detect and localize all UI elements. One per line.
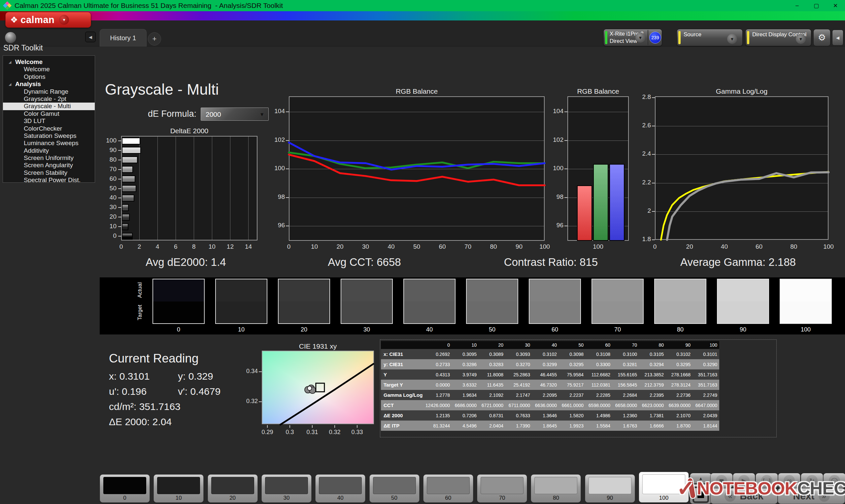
sidebar-item-screen-uniformity[interactable]: Screen Uniformity bbox=[3, 155, 95, 162]
source-dropdown[interactable]: Source ▼ bbox=[677, 29, 743, 46]
pattern-button-10[interactable]: 10 bbox=[154, 474, 204, 503]
table-cell: 4.5496 bbox=[452, 420, 479, 431]
back-button[interactable]: « Back bbox=[710, 488, 778, 504]
sidebar-item-welcome[interactable]: Welcome bbox=[3, 66, 95, 73]
rgb-bar-y-tickmark bbox=[564, 197, 567, 198]
pattern-button-40[interactable]: 40 bbox=[315, 474, 365, 503]
sidebar-item-saturation-sweeps[interactable]: Saturation Sweeps bbox=[3, 132, 95, 140]
swatch-target bbox=[216, 302, 267, 324]
table-col-header: 10 bbox=[452, 341, 479, 349]
add-tab-button[interactable]: + bbox=[148, 32, 161, 46]
meter-chevron-down-icon[interactable]: ▼ bbox=[635, 33, 645, 42]
expander-icon[interactable]: ◢ bbox=[8, 58, 11, 66]
table-cell: 0.3299 bbox=[532, 359, 559, 370]
next-button[interactable]: Next » bbox=[778, 488, 845, 504]
cie-y-tick: 0.34 bbox=[244, 368, 258, 375]
maximize-icon[interactable]: ▢ bbox=[807, 0, 826, 11]
pattern-button-30[interactable]: 30 bbox=[261, 474, 312, 503]
pattern-level-label: 20 bbox=[208, 495, 258, 501]
sidebar-item-grayscale-2pt[interactable]: Grayscale - 2pt bbox=[3, 95, 95, 103]
table-cell: 0.3294 bbox=[639, 359, 666, 370]
gamma-x-tick: 60 bbox=[752, 243, 767, 250]
sidebar-item-luminance-sweeps[interactable]: Luminance Sweeps bbox=[3, 140, 95, 147]
display-control-chevron-down-icon[interactable]: ▼ bbox=[796, 34, 806, 44]
minimize-icon[interactable]: – bbox=[788, 0, 807, 11]
grayscale-swatch-30 bbox=[341, 279, 393, 324]
deltae-x-tick: 8 bbox=[187, 243, 200, 250]
source-chevron-down-icon[interactable]: ▼ bbox=[727, 34, 737, 44]
display-control-dropdown[interactable]: Direct Display Control ▼ bbox=[745, 29, 811, 46]
toolbar-button-5[interactable]: ↻ bbox=[801, 473, 823, 488]
de-formula-select[interactable]: 2000 ▼ bbox=[201, 108, 269, 121]
deltae-y-tick: 90 bbox=[101, 146, 117, 154]
pattern-window-button[interactable] bbox=[690, 484, 712, 504]
swatch-actual bbox=[153, 280, 204, 302]
sidebar-tree: ◢WelcomeWelcomeOptions◢AnalysisDynamic R… bbox=[3, 55, 95, 183]
table-cell: 6598.0000 bbox=[585, 400, 612, 410]
pattern-button-60[interactable]: 60 bbox=[423, 474, 473, 503]
sidebar-collapse-icon[interactable]: ◀ bbox=[85, 32, 96, 42]
table-cell: 1.5820 bbox=[559, 410, 585, 420]
sidebar-item-spectral-power-dist-[interactable]: Spectral Power Dist. bbox=[3, 177, 95, 183]
table-cell: 2.2237 bbox=[559, 390, 585, 400]
sidebar-item-color-gamut[interactable]: Color Gamut bbox=[3, 110, 95, 118]
deltae-bar bbox=[122, 156, 138, 163]
cie-y-tickmark bbox=[259, 372, 262, 372]
deltae-gridline bbox=[176, 137, 176, 240]
rgb-bar-y-tickmark bbox=[564, 226, 567, 226]
meter-dropdown[interactable]: X-Rite i1Pro 2 Direct View ▼ 239 bbox=[603, 29, 662, 46]
table-cell: 11.6435 bbox=[479, 380, 505, 390]
tab-history-1[interactable]: History 1 bbox=[100, 29, 146, 47]
sidebar-item-dynamic-range[interactable]: Dynamic Range bbox=[3, 88, 95, 95]
meter-count-badge[interactable]: 239 bbox=[649, 32, 661, 43]
panel-collapse-icon[interactable]: ◀ bbox=[832, 30, 843, 46]
tree-group-analysis[interactable]: ◢Analysis bbox=[3, 80, 95, 88]
close-icon[interactable]: ✕ bbox=[826, 0, 845, 11]
swatch-target bbox=[153, 302, 204, 324]
sidebar-orb-button[interactable] bbox=[5, 32, 17, 43]
sidebar-item-options[interactable]: Options bbox=[3, 73, 95, 80]
pattern-button-80[interactable]: 80 bbox=[531, 474, 581, 503]
cie-x-tick: 0.32 bbox=[325, 429, 345, 436]
table-row: Target Y0.00003.633211.643525.419246.732… bbox=[381, 380, 719, 390]
toolbar-button-2[interactable]: ▶ bbox=[733, 473, 755, 488]
toolbar-button-4[interactable]: ∞ bbox=[778, 473, 800, 488]
toolbar-button-1[interactable]: ◼ bbox=[710, 473, 733, 488]
toolbar-button-6[interactable]: ◯ bbox=[823, 473, 845, 488]
pattern-button-20[interactable]: 20 bbox=[208, 474, 258, 503]
calman-menu-chevron-icon[interactable]: ▼ bbox=[59, 15, 69, 25]
pattern-button-100[interactable]: 100 bbox=[639, 472, 689, 503]
table-cell: 25.4192 bbox=[505, 380, 532, 390]
table-cell: 0.3102 bbox=[666, 349, 692, 359]
deltae-bar bbox=[122, 223, 128, 230]
pattern-button-70[interactable]: 70 bbox=[477, 474, 527, 503]
table-cell: 0.3295 bbox=[666, 359, 692, 370]
table-cell: 75.9584 bbox=[559, 370, 585, 380]
pattern-button-0[interactable]: 0 bbox=[100, 474, 150, 503]
table-cell: 2.2749 bbox=[692, 390, 719, 400]
expander-icon[interactable]: ◢ bbox=[8, 80, 11, 88]
table-cell: 0.3281 bbox=[612, 359, 639, 370]
pattern-button-50[interactable]: 50 bbox=[369, 474, 420, 503]
table-cell: 1.7390 bbox=[505, 420, 532, 431]
sidebar-item-screen-stability[interactable]: Screen Stability bbox=[3, 169, 95, 177]
sidebar-item-grayscale-multi[interactable]: Grayscale - Multi bbox=[3, 103, 95, 110]
pattern-button-90[interactable]: 90 bbox=[585, 474, 635, 503]
swatch-target bbox=[404, 302, 455, 324]
de-formula-label: dE Formula: bbox=[148, 109, 196, 119]
sidebar-item-colorchecker[interactable]: ColorChecker bbox=[3, 125, 95, 132]
gear-icon[interactable]: ⚙ bbox=[813, 29, 830, 46]
table-row: Y0.43133.974911.800825.286346.445575.958… bbox=[381, 370, 719, 380]
table-cell: 0.3283 bbox=[479, 359, 505, 370]
cie-x-tick: 0.29 bbox=[258, 429, 277, 436]
table-cell: 2.0439 bbox=[692, 410, 719, 420]
sidebar-item-additivity[interactable]: Additivity bbox=[3, 147, 95, 155]
sidebar-item-3d-lut[interactable]: 3D LUT bbox=[3, 118, 95, 125]
sidebar-item-screen-angularity[interactable]: Screen Angularity bbox=[3, 162, 95, 169]
deltae-chart-title: DeltaE 2000 bbox=[101, 127, 277, 135]
toolbar-button-3[interactable]: [‥] bbox=[756, 473, 778, 488]
pattern-window-up-button[interactable]: ▲ bbox=[690, 473, 712, 484]
calman-logo-button[interactable]: ❖ calman ▼ bbox=[5, 12, 91, 28]
deltae-bar bbox=[122, 176, 135, 182]
tree-group-welcome[interactable]: ◢Welcome bbox=[3, 58, 95, 66]
